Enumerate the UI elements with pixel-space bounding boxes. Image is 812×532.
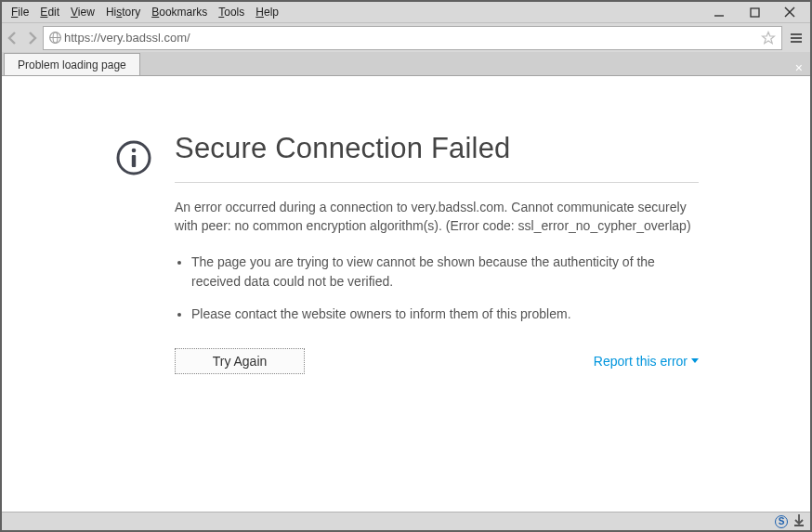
menu-file[interactable]: File: [6, 4, 34, 20]
svg-rect-1: [751, 8, 759, 17]
tab-strip: Problem loading page ×: [2, 52, 810, 76]
menu-tools[interactable]: Tools: [213, 4, 250, 20]
error-description: An error occurred during a connection to…: [175, 198, 699, 236]
error-bullet: Please contact the website owners to inf…: [191, 305, 699, 324]
menu-view[interactable]: View: [65, 4, 100, 20]
tabstrip-close-icon[interactable]: ×: [795, 60, 803, 75]
maximize-button[interactable]: [747, 5, 762, 19]
menu-hamburger-icon[interactable]: [786, 31, 806, 45]
tab-title: Problem loading page: [18, 58, 126, 71]
download-arrow-icon[interactable]: [793, 513, 805, 529]
try-again-button[interactable]: Try Again: [175, 348, 305, 374]
page-content: Secure Connection Failed An error occurr…: [2, 76, 810, 512]
url-bar[interactable]: [43, 26, 782, 50]
minimize-button[interactable]: [712, 5, 727, 19]
divider: [175, 182, 699, 183]
report-error-link[interactable]: Report this error: [594, 354, 699, 369]
globe-icon: [46, 31, 64, 45]
forward-button[interactable]: [24, 31, 39, 45]
menu-help[interactable]: Help: [250, 4, 284, 20]
status-bar: S: [2, 512, 810, 530]
close-button[interactable]: [782, 5, 797, 19]
info-icon: [113, 132, 154, 374]
navigation-toolbar: [2, 22, 810, 52]
url-input[interactable]: [64, 31, 757, 45]
bookmark-star-icon[interactable]: [757, 31, 779, 45]
status-s-icon[interactable]: S: [775, 515, 788, 528]
menu-bookmarks[interactable]: Bookmarks: [146, 4, 213, 20]
browser-window: File Edit View History Bookmarks Tools H…: [0, 0, 812, 532]
menu-bar: File Edit View History Bookmarks Tools H…: [2, 2, 810, 22]
report-error-label: Report this error: [594, 354, 688, 369]
menu-history[interactable]: History: [100, 4, 146, 20]
svg-point-11: [132, 149, 137, 153]
error-bullet: The page you are trying to view cannot b…: [191, 253, 699, 292]
error-bullets: The page you are trying to view cannot b…: [175, 253, 699, 324]
back-button[interactable]: [6, 31, 20, 45]
menu-edit[interactable]: Edit: [34, 4, 65, 20]
tab-active[interactable]: Problem loading page: [4, 53, 140, 75]
error-title: Secure Connection Failed: [175, 132, 699, 165]
caret-down-icon: [691, 358, 699, 363]
svg-rect-12: [132, 155, 136, 167]
